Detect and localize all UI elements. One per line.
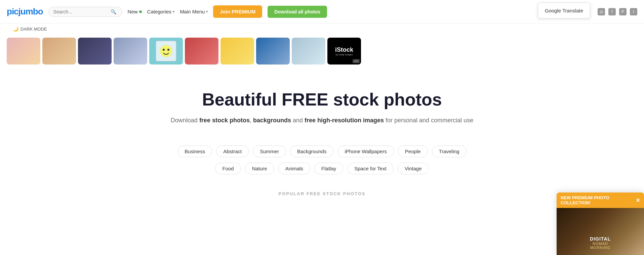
photo-thumb-5[interactable] [149,38,183,65]
main-menu-arrow-icon: ▾ [206,10,208,13]
tag-people[interactable]: People [398,145,428,157]
google-translate-label: Google Translate [545,8,583,13]
header-row2: 🌙 DARK MODE [0,24,644,33]
nav-main-menu[interactable]: Main Menu ▾ [180,9,208,14]
nav-new[interactable]: New [128,9,142,14]
photo-thumb-7[interactable] [220,38,254,65]
tag-summer[interactable]: Summer [253,145,286,157]
dark-mode-label: DARK MODE [21,27,47,32]
tag-vintage[interactable]: Vintage [398,163,429,174]
tag-backgrounds[interactable]: Backgrounds [290,145,334,157]
social-icons-group: ◎ f P t [598,8,637,15]
photo-thumb-6[interactable] [185,38,218,65]
premium-banner: NEW PREMIUM PHOTO COLLECTION! ✕ [557,193,644,203]
tags-container: Business Abstract Summer Backgrounds iPh… [0,145,644,174]
premium-close-button[interactable]: ✕ [636,197,640,203]
twitter-icon[interactable]: t [630,8,637,15]
search-input[interactable] [53,9,111,14]
search-bar: 🔍 [48,7,122,17]
istock-logo-text: iStock [335,46,353,53]
photo-thumb-8[interactable] [256,38,290,65]
photo-thumb-4[interactable] [114,38,147,65]
instagram-icon[interactable]: ◎ [598,8,605,15]
istock-sub-text: by Getty Images [336,53,353,56]
new-dot-indicator [139,10,142,13]
download-all-button[interactable]: Download all photos [268,6,327,18]
nav-main-menu-label: Main Menu [180,9,205,14]
svg-point-3 [163,49,165,51]
svg-point-4 [167,49,169,51]
premium-banner-text: NEW PREMIUM PHOTO COLLECTION! [561,195,636,203]
hero-section: Beautiful FREE stock photos Download fre… [0,69,644,135]
tag-space-for-text[interactable]: Space for Text [347,163,394,174]
pinterest-icon[interactable]: P [619,8,627,15]
facebook-icon[interactable]: f [608,8,616,15]
search-icon: 🔍 [111,9,116,14]
ad-badge: AD [353,59,360,63]
tag-abstract[interactable]: Abstract [216,145,249,157]
popular-section-header: POPULAR FREE STOCK PHOTOS [0,188,644,203]
hero-bold-2: backgrounds [253,117,291,124]
tag-animals[interactable]: Animals [278,163,310,174]
moon-icon: 🌙 [13,26,18,32]
svg-point-2 [160,45,172,57]
photo-thumb-3[interactable] [78,38,112,65]
photo-thumb-2[interactable] [42,38,76,65]
tag-iphone-wallpapers[interactable]: iPhone Wallpapers [337,145,394,157]
premium-notification: NEW PREMIUM PHOTO COLLECTION! ✕ DIGITAL … [557,193,644,203]
dark-mode-toggle[interactable]: 🌙 DARK MODE [10,25,50,33]
nav-categories-label: Categories [147,9,172,14]
photo-thumb-9[interactable] [292,38,325,65]
tags-row-1: Business Abstract Summer Backgrounds iPh… [177,145,466,157]
istock-ad-box[interactable]: iStock by Getty Images AD [327,38,361,65]
header: picjumbo 🔍 New Categories ▾ Main Menu ▾ … [0,0,644,24]
categories-arrow-icon: ▾ [173,10,174,13]
logo[interactable]: picjumbo [7,6,43,17]
tag-traveling[interactable]: Traveling [432,145,467,157]
photo-strip: iStock by Getty Images AD [0,33,644,69]
hero-bold-3: free high-resolution images [305,117,384,124]
tag-flatlay[interactable]: Flatlay [314,163,343,174]
nav-categories[interactable]: Categories ▾ [147,9,175,14]
join-premium-button[interactable]: Join PREMIUM [213,5,262,18]
hero-description: Download free stock photos, backgrounds … [7,116,637,125]
photo-thumb-1[interactable] [7,38,40,65]
tags-row-2: Food Nature Animals Flatlay Space for Te… [215,163,429,174]
tag-food[interactable]: Food [215,163,241,174]
hero-heading: Beautiful FREE stock photos [7,89,637,110]
tag-business[interactable]: Business [177,145,212,157]
hero-bold-1: free stock photos [199,117,250,124]
google-translate-tooltip: Google Translate [538,3,590,18]
nav-new-label: New [128,9,138,14]
tag-nature[interactable]: Nature [245,163,274,174]
